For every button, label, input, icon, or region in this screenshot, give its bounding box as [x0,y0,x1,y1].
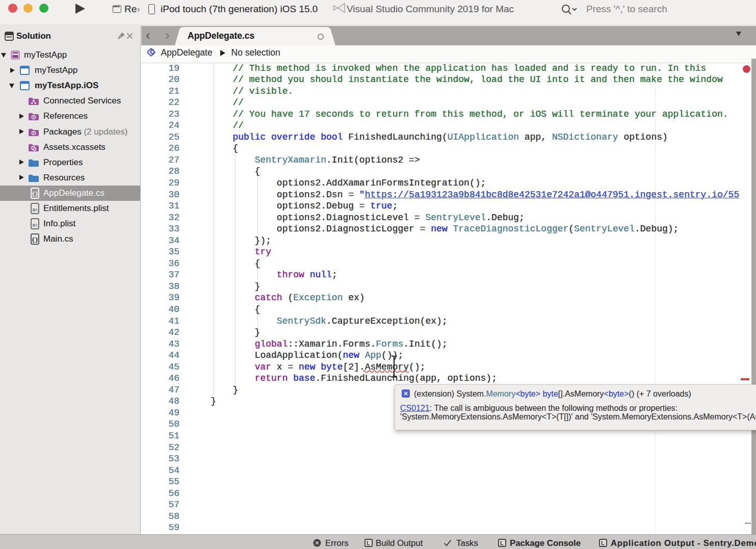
svg-text:{}: {} [32,237,38,243]
svg-text:{}: {} [32,191,38,197]
